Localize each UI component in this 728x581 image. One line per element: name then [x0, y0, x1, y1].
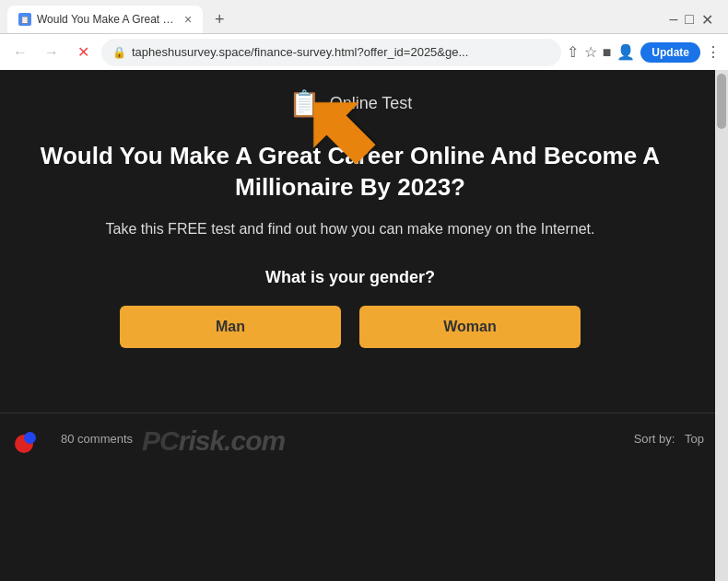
site-header-title: Online Test: [330, 94, 413, 113]
tab-bar: 📋 Would You Make A Great Career... × + –…: [0, 0, 728, 33]
back-button[interactable]: ←: [7, 40, 33, 65]
sort-by-label: Sort by: Top: [634, 432, 704, 446]
forward-button[interactable]: →: [39, 40, 65, 65]
bottom-bar: 80 comments PCrisk.com Sort by: Top: [0, 413, 715, 464]
site-header: 📋 Online Test: [28, 88, 673, 119]
nav-bar: ← → ✕ 🔒 tapheshusurvey.space/finance-sur…: [0, 33, 728, 70]
site-main: 📋 Online Test Would You Make A Great Car…: [0, 70, 700, 413]
close-window-icon[interactable]: ✕: [701, 11, 713, 29]
pcrisk-logo-text: PCrisk.com: [142, 419, 285, 459]
extensions-icon[interactable]: ■: [603, 44, 612, 61]
comments-count: 80 comments: [61, 432, 133, 446]
lock-icon: 🔒: [112, 46, 126, 59]
active-tab[interactable]: 📋 Would You Make A Great Career... ×: [7, 6, 203, 33]
tab-favicon: 📋: [18, 13, 31, 26]
page-content: 📋 Online Test Would You Make A Great Car…: [0, 70, 715, 581]
sort-value[interactable]: Top: [685, 432, 704, 446]
maximize-icon[interactable]: □: [685, 11, 694, 28]
update-button[interactable]: Update: [640, 42, 700, 63]
browser-chrome: 📋 Would You Make A Great Career... × + –…: [0, 0, 728, 70]
share-icon[interactable]: ⇧: [567, 43, 579, 61]
gender-buttons: Man Woman: [28, 306, 673, 348]
tab-title: Would You Make A Great Career...: [37, 13, 175, 26]
profile-icon[interactable]: 👤: [616, 43, 635, 61]
address-text: tapheshusurvey.space/finance-survey.html…: [132, 45, 550, 59]
scrollbar[interactable]: [715, 70, 728, 581]
man-button[interactable]: Man: [120, 306, 341, 348]
bookmark-icon[interactable]: ☆: [584, 43, 597, 61]
main-headline: Would You Make A Great Career Online And…: [28, 141, 673, 203]
minimize-icon[interactable]: –: [669, 11, 677, 28]
reload-button[interactable]: ✕: [70, 40, 96, 65]
nav-right-controls: ⇧ ☆ ■ 👤 Update ⋮: [567, 42, 721, 63]
new-tab-button[interactable]: +: [206, 6, 232, 32]
tab-bar-controls: – □ ✕: [669, 11, 721, 29]
tab-close-button[interactable]: ×: [184, 12, 192, 27]
site-logo-icon: 📋: [288, 88, 321, 119]
pcrisk-badge: [11, 420, 48, 457]
address-bar[interactable]: 🔒 tapheshusurvey.space/finance-survey.ht…: [101, 39, 561, 66]
menu-dots-icon[interactable]: ⋮: [706, 43, 721, 61]
woman-button[interactable]: Woman: [359, 306, 581, 348]
gender-question: What is your gender?: [28, 268, 673, 287]
scrollbar-thumb[interactable]: [717, 74, 726, 129]
sub-text: Take this FREE test and find out how you…: [28, 218, 673, 240]
content-wrapper: 📋 Online Test Would You Make A Great Car…: [0, 70, 728, 581]
